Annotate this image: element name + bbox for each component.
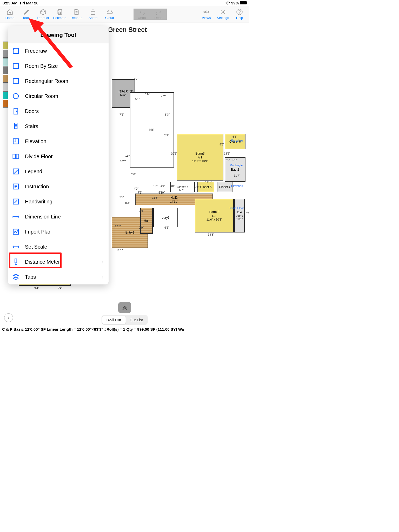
document-icon: [73, 9, 80, 15]
dimension-label: 5'6": [232, 158, 237, 162]
dimension-label: 11'1": [116, 249, 123, 252]
svg-rect-19: [16, 154, 19, 159]
tool-instruction[interactable]: Instruction: [8, 179, 109, 194]
tool-label: Room By Size: [25, 63, 58, 69]
dimension-label: 2'0": [131, 173, 136, 176]
segment-roll-cut[interactable]: Roll Cut: [102, 316, 126, 324]
home-button[interactable]: Home: [2, 9, 18, 20]
undo-icon: [138, 9, 145, 15]
cloud-button[interactable]: Cloud: [101, 9, 118, 20]
dimension-line-icon: [12, 213, 20, 221]
tool-freedraw[interactable]: Freedraw: [8, 43, 109, 58]
tools-button[interactable]: Tools: [18, 9, 35, 20]
dimension-label: 4'5": [145, 92, 150, 95]
doors-icon: [12, 107, 20, 115]
pencil-icon: [23, 9, 30, 15]
segment-cut-list[interactable]: Cut List: [125, 316, 147, 324]
dimension-label: 13'6": [224, 152, 230, 155]
dimension-label: 5'1": [129, 90, 133, 93]
dimension-label: 4'0": [134, 187, 138, 190]
drawing-tool-panel: Drawing Tool FreedrawRoom By SizeRectang…: [8, 26, 109, 284]
dimension-label: 6'7": [179, 188, 184, 191]
dimension-label: 5'1": [135, 97, 140, 101]
tool-divide-floor[interactable]: Divide Floor: [8, 149, 109, 164]
stairs-icon: [12, 122, 20, 130]
gear-icon: [220, 9, 226, 15]
estimate-button[interactable]: Estimate: [51, 9, 68, 20]
tool-elevation[interactable]: Elevation: [8, 134, 109, 149]
tool-set-scale[interactable]: Set Scale: [8, 239, 109, 254]
tool-rectangular-room[interactable]: Rectangular Room: [8, 74, 109, 89]
tool-label: Stairs: [25, 123, 38, 129]
dimension-label: 2'9": [119, 196, 124, 199]
dimension-label: 10'1": [244, 212, 249, 215]
status-time: 8:23 AM: [3, 1, 17, 5]
dimension-label: 5'10": [158, 191, 165, 194]
tool-label: Legend: [25, 169, 42, 175]
dimension-label: 11'5": [205, 181, 211, 184]
battery-percent: 99%: [231, 1, 239, 5]
dimension-label: 5'6": [232, 135, 237, 138]
legend-icon: [12, 168, 20, 175]
tool-label: Divide Floor: [25, 154, 53, 159]
room-unnamed[interactable]: D.42'0" x 10'1": [234, 199, 245, 232]
freedraw-icon: [12, 47, 20, 55]
room-bdrm-2[interactable]: Bdrm 2C.111'6" x 10'3": [195, 199, 234, 232]
room-kit1[interactable]: Kit1: [130, 92, 174, 168]
tool-stairs[interactable]: Stairs: [8, 119, 109, 134]
room-bdrm3[interactable]: Bdrm3A.111'8" x 13'9": [177, 134, 223, 181]
dimension-label: 11'3": [152, 196, 158, 199]
dimension-label: 2'3": [164, 134, 169, 137]
room-closet-4[interactable]: Closet 4: [217, 182, 232, 192]
room-ldry1[interactable]: Ldry1: [153, 208, 178, 227]
drawing-tool-panel-title: Drawing Tool: [8, 26, 109, 43]
cut-mode-segmented-control: Roll Cut Cut List: [102, 315, 148, 325]
svg-point-8: [205, 11, 207, 13]
tool-label: Circular Room: [25, 93, 58, 99]
dimension-label: 4'7": [134, 77, 138, 80]
help-icon: [236, 9, 243, 15]
svg-rect-2: [58, 10, 61, 11]
settings-button[interactable]: Settings: [215, 9, 231, 20]
dimension-label: 16'0": [120, 160, 126, 163]
svg-rect-12: [13, 63, 18, 69]
svg-rect-13: [13, 78, 18, 84]
reports-button[interactable]: Reports: [68, 9, 85, 20]
svg-rect-24: [15, 259, 17, 263]
tool-handwriting[interactable]: Handwriting: [8, 194, 109, 209]
tool-tabs[interactable]: Tabs›: [8, 269, 109, 284]
svg-point-16: [17, 111, 17, 112]
dimension-label: 24'2": [125, 155, 131, 158]
distance-meter-icon: [12, 258, 20, 266]
svg-point-9: [222, 11, 224, 13]
undo-button[interactable]: Undo: [134, 9, 150, 20]
redo-button[interactable]: Redo: [150, 9, 167, 20]
home-icon: [6, 9, 13, 15]
dimension-label: 8'3": [125, 201, 130, 204]
dimension-label: 7'8": [119, 113, 124, 116]
svg-point-14: [13, 94, 18, 99]
dimension-label: 1'2": [153, 184, 158, 188]
product-button[interactable]: Product: [35, 9, 51, 20]
tool-import-plan[interactable]: Import Plan: [8, 224, 109, 239]
dimension-label: 12'5": [115, 225, 121, 228]
tool-label: Distance Meter: [25, 259, 60, 265]
chevron-right-icon: ›: [102, 259, 103, 265]
circular-room-icon: [12, 92, 20, 100]
views-button[interactable]: Views: [198, 9, 215, 20]
help-button[interactable]: Help: [231, 9, 248, 20]
share-button[interactable]: Share: [85, 9, 101, 20]
elevation-icon: [12, 137, 20, 145]
expand-up-button[interactable]: [118, 302, 131, 313]
instruction-icon: [12, 183, 20, 190]
tool-dimension-line[interactable]: Dimension Line: [8, 209, 109, 224]
tool-room-by-size[interactable]: Room By Size: [8, 58, 109, 74]
svg-point-6: [60, 13, 61, 14]
tool-doors[interactable]: Doors: [8, 104, 109, 119]
tool-circular-room[interactable]: Circular Room: [8, 89, 109, 104]
bottom-status-strip: C & P Basic 12'0.00" SF Linear Length = …: [0, 326, 249, 332]
info-button[interactable]: i: [4, 313, 13, 322]
tool-legend[interactable]: Legend: [8, 164, 109, 179]
tool-distance-meter[interactable]: Distance Meter›: [8, 254, 109, 269]
tool-label: Set Scale: [25, 244, 47, 250]
